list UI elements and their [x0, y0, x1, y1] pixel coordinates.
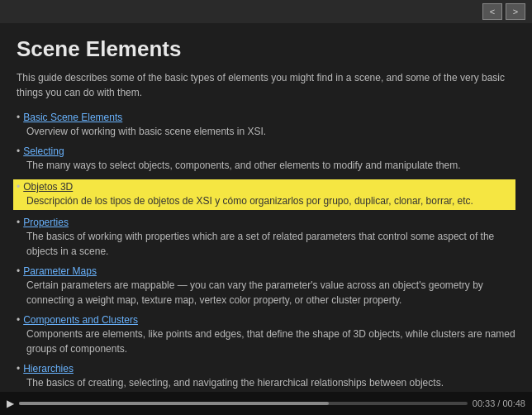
progress-bar[interactable]: [19, 402, 468, 405]
bullet-icon: •: [17, 112, 20, 123]
section-link[interactable]: Hierarchies: [23, 363, 74, 374]
list-item: •Basic Scene ElementsOverview of working…: [17, 112, 515, 139]
section-list: •Basic Scene ElementsOverview of working…: [17, 112, 515, 392]
bottom-bar: ▶ 00:33 / 00:48: [0, 392, 532, 415]
bullet-icon: •: [17, 217, 20, 228]
intro-text: This guide describes some of the basic t…: [17, 70, 515, 100]
section-link[interactable]: Components and Clusters: [23, 314, 138, 326]
section-desc: The basics of working with properties wh…: [26, 229, 515, 259]
bullet-icon: •: [17, 145, 20, 157]
list-item: •PropertiesThe basics of working with pr…: [17, 217, 515, 259]
section-desc: The many ways to select objects, compone…: [26, 158, 515, 173]
section-desc: The basics of creating, selecting, and n…: [26, 375, 515, 390]
bullet-icon: •: [17, 265, 20, 277]
section-link[interactable]: Parameter Maps: [23, 265, 97, 277]
prev-button[interactable]: <: [482, 3, 502, 20]
section-desc: Descripción de los tipos de objetos de X…: [26, 193, 512, 208]
section-desc: Components are elements, like points and…: [26, 327, 515, 356]
section-link[interactable]: Properties: [23, 217, 69, 228]
list-item: •SelectingThe many ways to select object…: [17, 145, 515, 173]
bullet-icon: •: [17, 181, 20, 193]
top-bar: < >: [0, 0, 532, 23]
next-button[interactable]: >: [506, 3, 525, 20]
page-title: Scene Elements: [17, 36, 515, 62]
bullet-icon: •: [17, 363, 20, 374]
time-display: 00:33 / 00:48: [473, 398, 525, 408]
section-link[interactable]: Selecting: [23, 145, 64, 157]
section-desc: Overview of working with basic scene ele…: [26, 124, 515, 139]
content-area: Scene Elements This guide describes some…: [0, 23, 532, 392]
section-desc: Certain parameters are mappable — you ca…: [26, 278, 515, 308]
section-link[interactable]: Objetos 3D: [23, 181, 73, 193]
list-item: •Objetos 3DDescripción de los tipos de o…: [13, 179, 515, 210]
list-item: •HierarchiesThe basics of creating, sele…: [17, 363, 515, 390]
list-item: •Components and ClustersComponents are e…: [17, 314, 515, 356]
section-link[interactable]: Basic Scene Elements: [23, 112, 122, 123]
list-item: •Parameter MapsCertain parameters are ma…: [17, 265, 515, 308]
bullet-icon: •: [17, 314, 20, 326]
play-button[interactable]: ▶: [7, 398, 14, 409]
progress-fill: [19, 402, 329, 405]
